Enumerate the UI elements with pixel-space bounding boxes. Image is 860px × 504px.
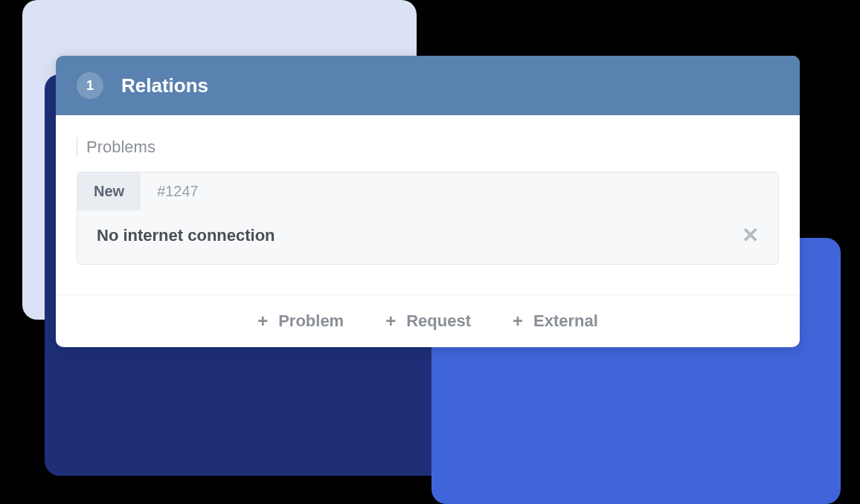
- item-title: No internet connection: [97, 226, 275, 245]
- plus-icon: +: [513, 312, 523, 330]
- problem-item[interactable]: New #1247 No internet connection ✕: [77, 172, 779, 265]
- item-card-body: No internet connection ✕: [77, 210, 778, 264]
- count-value: 1: [86, 78, 94, 94]
- add-problem-button[interactable]: + Problem: [257, 311, 344, 331]
- add-problem-label: Problem: [278, 311, 344, 331]
- count-badge: 1: [77, 72, 103, 99]
- add-request-label: Request: [406, 311, 471, 331]
- plus-icon: +: [257, 312, 268, 330]
- item-id: #1247: [141, 172, 215, 210]
- panel-header: 1 Relations: [56, 56, 800, 115]
- add-external-label: External: [533, 311, 598, 331]
- panel-footer: + Problem + Request + External: [56, 294, 800, 347]
- panel-body: Problems New #1247 No internet connectio…: [56, 115, 800, 265]
- relations-panel: 1 Relations Problems New #1247 No intern…: [56, 56, 800, 347]
- add-request-button[interactable]: + Request: [385, 311, 471, 331]
- item-card-head: New #1247: [77, 172, 778, 210]
- section-label: Problems: [77, 138, 779, 157]
- panel-title: Relations: [121, 74, 208, 97]
- plus-icon: +: [385, 312, 396, 330]
- item-status-badge: New: [77, 172, 141, 210]
- close-icon[interactable]: ✕: [742, 225, 759, 246]
- add-external-button[interactable]: + External: [513, 311, 598, 331]
